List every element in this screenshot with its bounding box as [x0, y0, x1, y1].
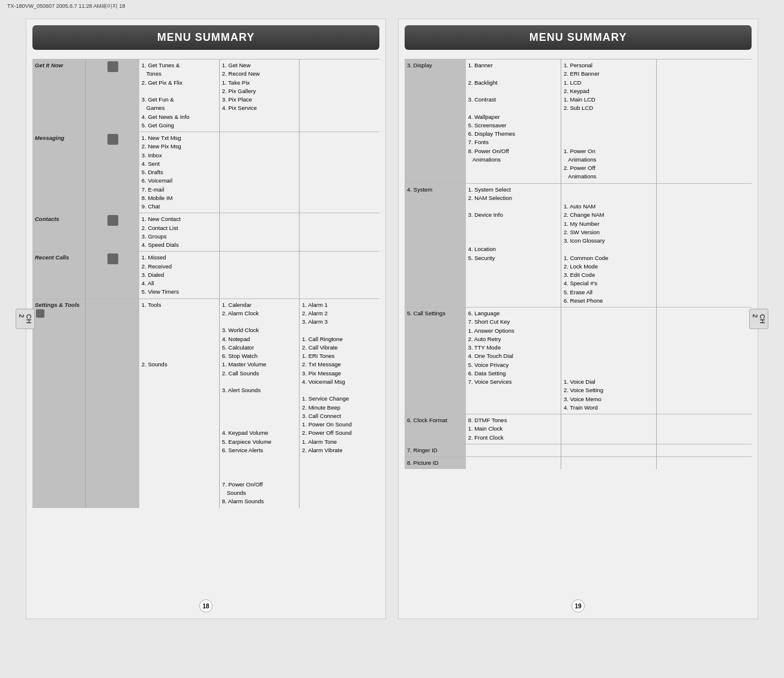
- page-right: CH2 MENU SUMMARY 3. Display 1. Banner: [398, 19, 758, 619]
- level2-contacts: [219, 213, 299, 252]
- category-ringer-id: 7. Ringer ID: [405, 444, 466, 456]
- category-messaging: Messaging: [32, 132, 86, 213]
- level2-display: 1. Personal 2. ERI Banner 1. LCD 2. Keyp…: [561, 59, 656, 184]
- level3-clock-format: [656, 414, 752, 444]
- level2-picture-id: [561, 457, 656, 470]
- category-recent-calls: Recent Calls: [32, 252, 86, 298]
- category-get-it-now: Get It Now: [32, 59, 86, 132]
- level3-ringer-id: [656, 444, 752, 456]
- level3-get-it-now: [300, 59, 379, 132]
- ch-label-left: CH2: [16, 309, 35, 329]
- icon-recent-calls: [86, 252, 139, 298]
- category-call-settings: 5. Call Settings: [405, 307, 466, 414]
- level2-messaging: [219, 132, 299, 213]
- section-display: 3. Display 1. Banner 2. Backlight 3. Con…: [405, 59, 752, 184]
- page-header: TX-180VW_050607 2005.6.7 11:28 AM페이지 18: [0, 0, 784, 13]
- level3-settings: 1. Alarm 1 2. Alarm 2 3. Alarm 3 1. Call…: [300, 298, 379, 508]
- section-recent-calls: Recent Calls 1. Missed 2. Received 3. Di…: [32, 252, 379, 298]
- menu-table-right: 3. Display 1. Banner 2. Backlight 3. Con…: [405, 59, 752, 469]
- level1-messaging: 1. New Txt Msg 2. New Pix Msg 3. Inbox 4…: [139, 132, 219, 213]
- category-display: 3. Display: [405, 59, 466, 184]
- level1-settings: 1. Tools 2. Sounds: [139, 298, 219, 508]
- section-messaging: Messaging 1. New Txt Msg 2. New Pix Msg …: [32, 132, 379, 213]
- page-number-left: 18: [199, 599, 213, 613]
- level2-recent-calls: [219, 252, 299, 298]
- section-system: 4. System 1. System Select 2. NAM Select…: [405, 183, 752, 307]
- category-clock-format: 6. Clock Format: [405, 414, 466, 444]
- page-title-left: MENU SUMMARY: [32, 25, 379, 50]
- level1-display: 1. Banner 2. Backlight 3. Contrast 4. Wa…: [466, 59, 561, 184]
- menu-table-left: Get It Now 1. Get Tunes & Tones 2. Get P…: [32, 59, 379, 508]
- level3-picture-id: [656, 457, 752, 470]
- level1-picture-id: [466, 457, 561, 470]
- section-ringer-id: 7. Ringer ID: [405, 444, 752, 456]
- level1-clock-format: 8. DTMF Tones 1. Main Clock 2. Front Clo…: [466, 414, 561, 444]
- level3-display: [656, 59, 752, 184]
- icon-contacts: [86, 213, 139, 252]
- level2-settings: 1. Calendar 2. Alarm Clock 3. World Cloc…: [219, 298, 299, 508]
- level2-clock-format: [561, 414, 656, 444]
- level3-contacts: [300, 213, 379, 252]
- category-settings-tools: Settings & Tools: [32, 298, 86, 508]
- level2-get-it-now: 1. Get New 2. Record New 1. Take Pix 2. …: [219, 59, 299, 132]
- section-contacts: Contacts 1. New Contact 2. Contact List …: [32, 213, 379, 252]
- level1-recent-calls: 1. Missed 2. Received 3. Dialed 4. All 5…: [139, 252, 219, 298]
- level1-call-settings: 6. Language 7. Short Cut Key 1. Answer O…: [466, 307, 561, 414]
- icon-settings: [86, 298, 139, 508]
- icon-messaging: [86, 132, 139, 213]
- category-contacts: Contacts: [32, 213, 86, 252]
- page-title-right: MENU SUMMARY: [405, 25, 752, 50]
- level1-get-it-now: 1. Get Tunes & Tones 2. Get Pix & Flix 3…: [139, 59, 219, 132]
- level3-system: [656, 183, 752, 307]
- level3-call-settings: [656, 307, 752, 414]
- section-settings-tools: Settings & Tools 1. Tools: [32, 298, 379, 508]
- section-call-settings: 5. Call Settings 6. Language 7. Short Cu…: [405, 307, 752, 414]
- level3-messaging: [300, 132, 379, 213]
- level2-call-settings: 1. Voice Dial 2. Voice Setting 3. Voice …: [561, 307, 656, 414]
- level2-ringer-id: [561, 444, 656, 456]
- level2-system: 1. Auto NAM 2. Change NAM 1. My Number 2…: [561, 183, 656, 307]
- ch-label-right: CH2: [749, 309, 768, 329]
- level1-contacts: 1. New Contact 2. Contact List 3. Groups…: [139, 213, 219, 252]
- level1-system: 1. System Select 2. NAM Selection 3. Dev…: [466, 183, 561, 307]
- icon-get-it-now: [86, 59, 139, 132]
- page-number-right: 19: [571, 599, 585, 613]
- section-picture-id: 8. Picture ID: [405, 457, 752, 470]
- category-system: 4. System: [405, 183, 466, 307]
- section-clock-format: 6. Clock Format 8. DTMF Tones 1. Main Cl…: [405, 414, 752, 444]
- level1-ringer-id: [466, 444, 561, 456]
- section-get-it-now: Get It Now 1. Get Tunes & Tones 2. Get P…: [32, 59, 379, 132]
- page-left: CH2 MENU SUMMARY Get It Now: [26, 19, 386, 619]
- category-picture-id: 8. Picture ID: [405, 457, 466, 470]
- level3-recent-calls: [300, 252, 379, 298]
